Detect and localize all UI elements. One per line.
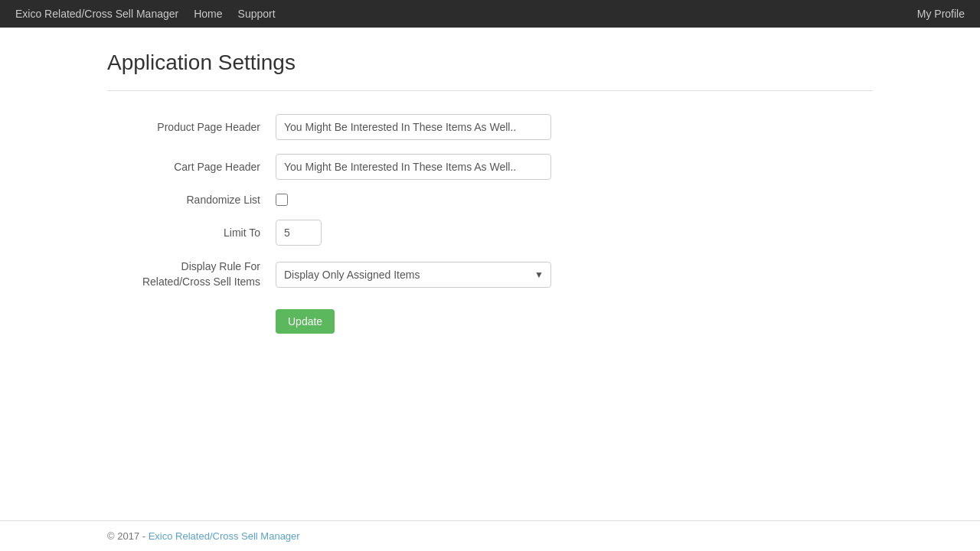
cart-page-header-label: Cart Page Header (107, 161, 276, 173)
display-rule-select[interactable]: Display Only Assigned Items Display All … (276, 262, 551, 288)
cart-page-header-input[interactable] (276, 154, 551, 180)
navbar-brand: Exico Related/Cross Sell Manager (15, 8, 178, 20)
randomize-list-label: Randomize List (107, 194, 276, 206)
page-title: Application Settings (107, 51, 873, 75)
nav-support-link[interactable]: Support (238, 8, 276, 20)
limit-to-input[interactable] (276, 220, 322, 246)
display-rule-label: Display Rule For Related/Cross Sell Item… (107, 259, 276, 289)
display-rule-select-wrapper: Display Only Assigned Items Display All … (276, 262, 551, 288)
cart-page-header-row: Cart Page Header (107, 154, 766, 180)
footer-copyright: © 2017 - (107, 530, 149, 542)
settings-form: Product Page Header Cart Page Header Ran… (107, 114, 766, 334)
section-divider (107, 90, 873, 91)
limit-to-label: Limit To (107, 227, 276, 239)
product-page-header-label: Product Page Header (107, 121, 276, 133)
randomize-list-row: Randomize List (107, 194, 766, 206)
product-page-header-row: Product Page Header (107, 114, 766, 140)
footer: © 2017 - Exico Related/Cross Sell Manage… (0, 520, 980, 551)
main-content: Application Settings Product Page Header… (0, 28, 980, 357)
randomize-list-checkbox[interactable] (276, 194, 288, 206)
display-rule-row: Display Rule For Related/Cross Sell Item… (107, 259, 766, 289)
navbar-left: Exico Related/Cross Sell Manager Home Su… (15, 8, 276, 20)
footer-brand-link[interactable]: Exico Related/Cross Sell Manager (149, 530, 300, 542)
navbar: Exico Related/Cross Sell Manager Home Su… (0, 0, 980, 28)
limit-to-row: Limit To (107, 220, 766, 246)
nav-profile-link[interactable]: My Profile (917, 8, 965, 20)
product-page-header-input[interactable] (276, 114, 551, 140)
update-button[interactable]: Update (276, 309, 335, 334)
nav-home-link[interactable]: Home (194, 8, 222, 20)
update-button-row: Update (107, 303, 766, 334)
